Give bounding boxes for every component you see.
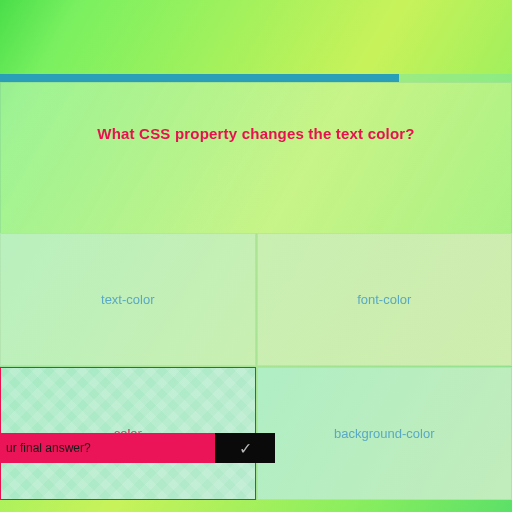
timer-fill <box>0 74 399 82</box>
confirm-button[interactable]: ✓ <box>215 433 275 463</box>
answer-option-1[interactable]: font-color <box>257 233 513 366</box>
confirm-bar: ur final answer? ✓ <box>0 433 275 463</box>
check-icon: ✓ <box>239 439 252 458</box>
answer-label: background-color <box>334 426 434 441</box>
answer-label: font-color <box>357 292 411 307</box>
timer-bar <box>0 74 512 82</box>
question-text: What CSS property changes the text color… <box>1 83 511 162</box>
answer-label: text-color <box>101 292 154 307</box>
answer-option-3[interactable]: background-color <box>257 367 513 500</box>
confirm-prompt: ur final answer? <box>0 433 215 463</box>
answer-option-0[interactable]: text-color <box>0 233 256 366</box>
